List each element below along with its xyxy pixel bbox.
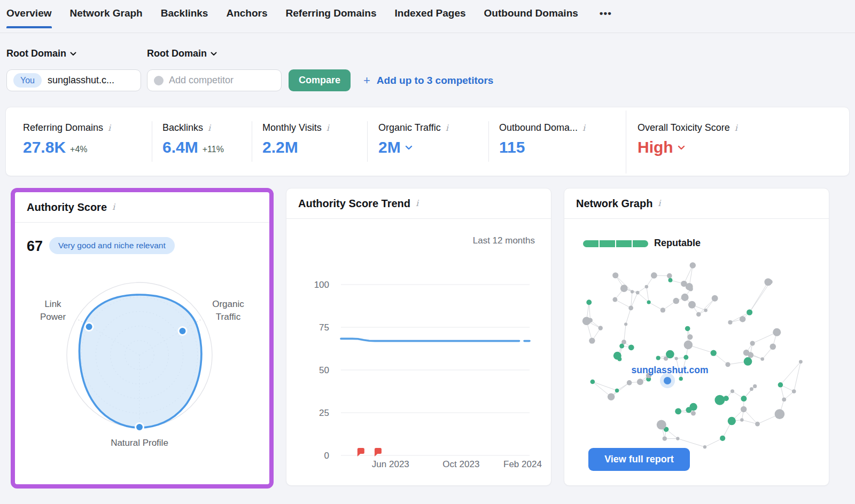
tab-network-graph[interactable]: Network Graph — [70, 7, 143, 28]
tab-indexed-pages[interactable]: Indexed Pages — [395, 7, 466, 28]
network-node — [775, 409, 785, 419]
network-node-reputable — [778, 382, 783, 388]
reputation-meter-segment — [600, 240, 615, 247]
metric-label: Backlinks — [162, 122, 203, 133]
info-icon[interactable]: i — [108, 124, 111, 132]
network-node-reputable — [679, 377, 683, 381]
radar-axis-label-link-power: Link Power — [26, 298, 80, 324]
radar-dot-natural-profile — [136, 423, 144, 431]
network-node — [753, 384, 757, 388]
authority-score-card-highlight: Authority Score i 67 Very good and niche… — [11, 188, 274, 489]
info-icon[interactable]: i — [582, 124, 585, 132]
network-node-reputable — [711, 350, 717, 356]
network-node — [755, 422, 760, 427]
network-node — [627, 380, 632, 385]
network-node-reputable — [683, 355, 688, 360]
authority-trend-chart: 1007550250Jun 2023Oct 2023Feb 2024 — [286, 219, 551, 486]
info-icon[interactable]: i — [658, 199, 660, 208]
divider — [488, 121, 489, 162]
divider — [367, 121, 368, 162]
y-axis-tick: 75 — [319, 322, 329, 333]
tab-overview[interactable]: Overview — [6, 7, 52, 28]
note-flag-icon[interactable] — [375, 448, 382, 454]
metric-delta: +4% — [70, 140, 87, 154]
tab-referring-domains[interactable]: Referring Domains — [286, 7, 377, 28]
network-node-reputable — [718, 397, 724, 403]
network-node — [750, 341, 755, 345]
network-node — [760, 357, 764, 361]
you-scope-selector[interactable]: Root Domain — [6, 48, 76, 59]
authority-score-trend-card: Authority Score Trend i Last 12 months 1… — [286, 188, 551, 486]
card-header: Authority Score Trend i — [286, 188, 551, 219]
note-flag-icon[interactable] — [357, 448, 364, 454]
network-node — [703, 445, 706, 448]
network-node — [660, 308, 665, 312]
info-icon[interactable]: i — [208, 124, 211, 132]
divider — [152, 121, 152, 162]
network-node-reputable — [590, 380, 595, 384]
network-node-reputable — [668, 278, 672, 282]
network-node — [637, 379, 643, 385]
y-axis-tick: 0 — [324, 451, 329, 461]
info-icon[interactable]: i — [446, 124, 448, 132]
network-node — [667, 273, 672, 279]
card-header: Network Graph i — [564, 188, 829, 219]
network-node-reputable — [685, 326, 690, 332]
network-node — [770, 344, 776, 350]
chevron-down-icon — [70, 52, 76, 56]
info-icon[interactable]: i — [735, 124, 737, 132]
network-node — [696, 312, 701, 317]
network-node — [704, 309, 707, 312]
more-tabs-icon[interactable]: ••• — [596, 7, 615, 28]
network-node — [782, 397, 786, 401]
metric-value: 6.4M+11% — [162, 138, 224, 156]
network-node-reputable — [656, 356, 660, 360]
metric-value: 2.2M — [262, 138, 298, 156]
card-title: Authority Score — [27, 201, 107, 214]
metric-value-dropdown[interactable]: 2M — [378, 138, 413, 156]
you-badge: You — [13, 73, 42, 88]
authority-score-value: 67 — [27, 238, 43, 255]
metric-value-dropdown[interactable]: High — [638, 138, 685, 156]
x-axis-tick: Oct 2023 — [442, 459, 479, 469]
view-full-report-button[interactable]: View full report — [588, 448, 690, 471]
network-node — [684, 341, 693, 349]
report-tabs: Overview Network Graph Backlinks Anchors… — [6, 7, 615, 28]
network-node — [620, 285, 628, 292]
metric-delta: +11% — [203, 140, 224, 154]
you-node — [664, 377, 671, 384]
tab-outbound-domains[interactable]: Outbound Domains — [484, 7, 578, 28]
add-competitors-link[interactable]: + Add up to 3 competitors — [363, 69, 493, 91]
network-node — [740, 316, 746, 322]
network-node — [691, 411, 696, 416]
add-competitor-field[interactable] — [147, 69, 282, 91]
network-node-reputable — [619, 344, 624, 349]
info-icon[interactable]: i — [327, 124, 329, 132]
radar-dot-organic-traffic — [178, 327, 186, 335]
backlink-analytics-page: { "nav": { "tabs": [ {"label": "Overview… — [0, 0, 855, 504]
info-icon[interactable]: i — [416, 199, 418, 208]
favicon-placeholder-icon — [154, 76, 164, 85]
add-competitor-input[interactable] — [169, 75, 265, 86]
tab-backlinks[interactable]: Backlinks — [161, 7, 208, 28]
network-node — [608, 393, 615, 400]
network-node — [624, 322, 627, 326]
tab-anchors[interactable]: Anchors — [226, 7, 267, 28]
you-scope-label: Root Domain — [6, 48, 66, 59]
network-node — [690, 262, 696, 268]
competitor-scope-selector[interactable]: Root Domain — [147, 48, 217, 59]
you-domain-text: sunglasshut.c... — [48, 75, 114, 86]
reputation-meter-segment — [633, 240, 648, 247]
network-graph-card: Network Graph i Reputable sunglasshut.co… — [564, 188, 829, 486]
compare-button[interactable]: Compare — [289, 69, 351, 91]
info-icon[interactable]: i — [112, 203, 115, 211]
network-node-reputable — [720, 436, 725, 441]
network-node — [730, 389, 734, 393]
network-node — [792, 389, 796, 393]
network-node-reputable — [747, 309, 752, 315]
summary-metrics-bar: Referring Domainsi 27.8K+4% Backlinksi 6… — [5, 107, 850, 176]
network-node — [675, 357, 678, 360]
network-node — [612, 272, 618, 278]
network-node — [712, 295, 718, 302]
you-domain-chip[interactable]: You sunglasshut.c... — [6, 69, 141, 91]
